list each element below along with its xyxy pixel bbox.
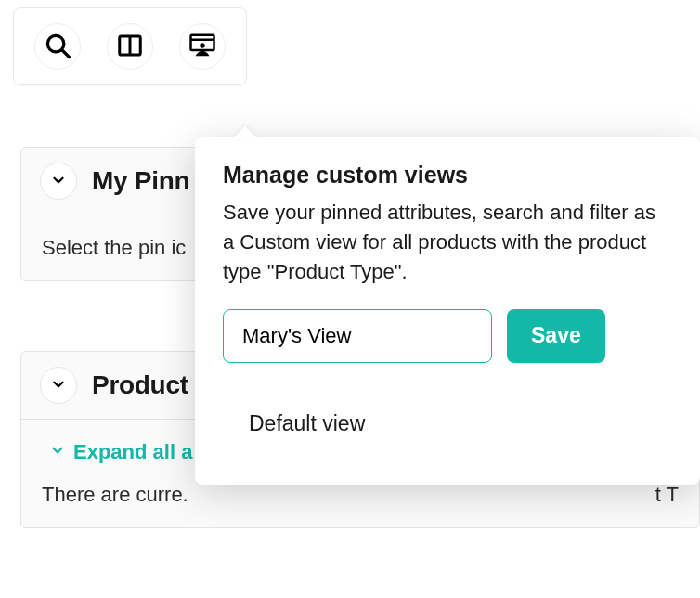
columns-icon xyxy=(116,32,144,62)
search-button[interactable] xyxy=(34,23,81,70)
collapse-toggle[interactable] xyxy=(40,367,77,404)
columns-button[interactable] xyxy=(107,23,153,70)
expand-all-label: Expand all a xyxy=(73,440,192,464)
svg-line-1 xyxy=(62,50,70,58)
view-name-input[interactable] xyxy=(223,309,492,363)
view-list-item-default[interactable]: Default view xyxy=(223,400,672,448)
popover-description: Save your pinned attributes, search and … xyxy=(223,198,672,287)
search-icon xyxy=(44,32,71,62)
panel-title: Product xyxy=(92,370,188,400)
manage-custom-views-popover: Manage custom views Save your pinned att… xyxy=(195,137,700,485)
toolbar xyxy=(13,7,247,85)
panel-body-text: There are curre. xyxy=(42,483,188,507)
chevron-down-icon xyxy=(50,172,67,191)
chevron-down-icon xyxy=(49,440,66,464)
popover-form-row: Save xyxy=(223,309,672,363)
save-button[interactable]: Save xyxy=(507,309,605,363)
panel-body-text-right: t T xyxy=(655,483,679,507)
svg-point-6 xyxy=(200,43,205,48)
popover-title: Manage custom views xyxy=(223,162,672,188)
custom-views-icon xyxy=(188,32,216,62)
collapse-toggle[interactable] xyxy=(40,162,77,200)
chevron-down-icon xyxy=(50,376,67,396)
panel-body-text: Select the pin ic xyxy=(42,236,186,260)
panel-title: My Pinn xyxy=(92,166,189,196)
custom-views-button[interactable] xyxy=(179,23,226,70)
